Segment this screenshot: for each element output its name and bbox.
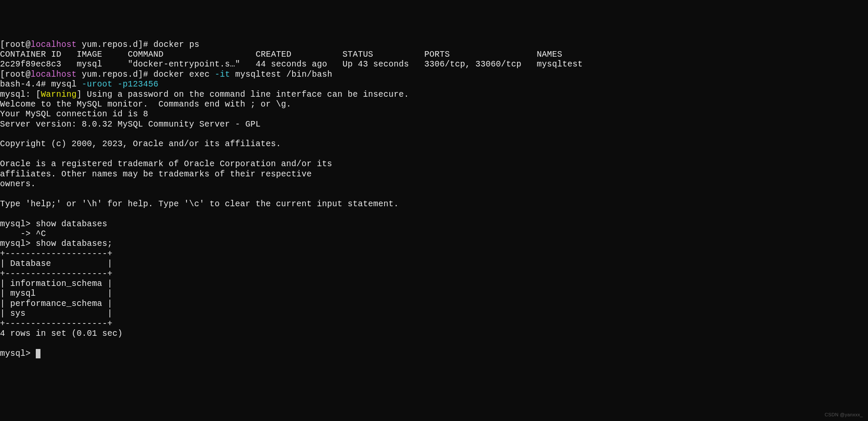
command-mysql: mysql	[51, 80, 82, 89]
prompt-bracket: [	[0, 40, 5, 49]
welcome-line: Welcome to the MySQL monitor. Commands e…	[0, 100, 291, 109]
header-status: STATUS	[342, 50, 373, 59]
terminal-output[interactable]: [root@localhost yum.repos.d]# docker ps …	[0, 40, 868, 359]
trademark-line: affiliates. Other names may be trademark…	[0, 170, 312, 179]
prompt-host: localhost	[31, 70, 77, 79]
cell-command: "docker-entrypoint.s…"	[128, 60, 240, 69]
prompt-bracket: [	[0, 70, 5, 79]
bash-prompt: bash-4.4#	[0, 80, 51, 89]
watermark: CSDN @yanxxx_	[825, 412, 863, 418]
cell-names: mysqltest	[537, 60, 583, 69]
table-header: | Database |	[0, 259, 112, 268]
prompt-path: yum.repos.d	[77, 70, 138, 79]
command-docker-ps: docker ps	[153, 40, 199, 49]
header-command: COMMAND	[128, 50, 164, 59]
cell-created: 44 seconds ago	[256, 60, 327, 69]
command-args: mysqltest /bin/bash	[230, 70, 332, 79]
header-container-id: CONTAINER ID	[0, 50, 61, 59]
help-line: Type 'help;' or '\h' for help. Type '\c'…	[0, 199, 399, 209]
welcome-line: Server version: 8.0.32 MySQL Community S…	[0, 120, 261, 129]
mysql-prompt: mysql>	[0, 349, 36, 358]
prompt-at: @	[26, 40, 31, 49]
cell-status: Up 43 seconds	[342, 60, 409, 69]
warning-text: ] Using a password on the command line i…	[77, 90, 409, 99]
prompt-at: @	[26, 70, 31, 79]
flag-it: -it	[215, 70, 230, 79]
mysql-continuation: -> ^C	[0, 229, 46, 239]
table-row: | sys |	[0, 309, 112, 318]
table-border: +--------------------+	[0, 249, 112, 259]
warning-prefix: mysql: [	[0, 90, 41, 99]
mysql-prompt-line: mysql> show databases	[0, 219, 107, 229]
command-docker-exec: docker exec	[153, 70, 215, 79]
trademark-line: owners.	[0, 179, 36, 189]
prompt-bracket-close: ]#	[138, 40, 153, 49]
copyright-line: Copyright (c) 2000, 2023, Oracle and/or …	[0, 139, 281, 149]
cell-ports: 3306/tcp, 33060/tcp	[424, 60, 521, 69]
prompt-user: root	[5, 40, 26, 49]
warning-label: Warning	[41, 90, 77, 99]
header-ports: PORTS	[424, 50, 450, 59]
space	[112, 80, 118, 89]
prompt-bracket-close: ]#	[138, 70, 153, 79]
cell-container-id: 2c29f89ec8c3	[0, 60, 61, 69]
flag-uroot: -uroot	[82, 80, 112, 89]
prompt-host: localhost	[31, 40, 77, 49]
result-line: 4 rows in set (0.01 sec)	[0, 329, 123, 338]
mysql-prompt-line: mysql> show databases;	[0, 239, 112, 248]
flag-password: -p123456	[118, 80, 158, 89]
table-row: | mysql |	[0, 289, 112, 298]
cell-image: mysql	[77, 60, 102, 69]
welcome-line: Your MySQL connection id is 8	[0, 110, 148, 119]
trademark-line: Oracle is a registered trademark of Orac…	[0, 159, 332, 169]
cursor-icon	[36, 349, 40, 358]
table-border: +--------------------+	[0, 269, 112, 279]
table-border: +--------------------+	[0, 319, 112, 329]
prompt-path: yum.repos.d	[77, 40, 138, 49]
table-row: | information_schema |	[0, 279, 112, 288]
header-created: CREATED	[256, 50, 291, 59]
header-names: NAMES	[537, 50, 562, 59]
prompt-user: root	[5, 70, 26, 79]
table-row: | performance_schema |	[0, 299, 112, 309]
header-image: IMAGE	[77, 50, 102, 59]
